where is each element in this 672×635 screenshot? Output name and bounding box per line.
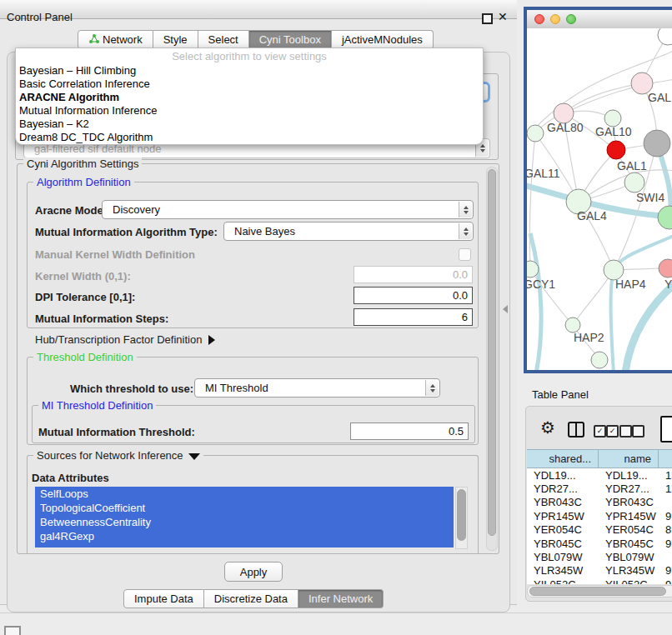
- aracne-mode-label: Aracne Mode:: [35, 204, 107, 217]
- table-row[interactable]: YBR043CYBR043C: [527, 496, 672, 509]
- expand-right-icon: [208, 335, 215, 345]
- apply-button[interactable]: Apply: [224, 562, 283, 582]
- network-node-label: Y: [664, 278, 672, 291]
- algorithm-dropdown-placeholder: Select algorithm to view settings: [16, 49, 483, 64]
- columns-icon[interactable]: [568, 422, 584, 438]
- minimize-traffic-light[interactable]: [550, 14, 560, 24]
- collapse-down-icon: [188, 453, 200, 460]
- which-threshold-combo[interactable]: MI Threshold: [194, 378, 440, 398]
- table-cell: YDL19...: [599, 469, 659, 482]
- table-cell: 9.: [659, 538, 672, 550]
- sources-group-title[interactable]: Sources for Network Inference: [33, 449, 203, 462]
- close-icon[interactable]: ✕: [498, 10, 508, 23]
- network-edge: [625, 283, 672, 370]
- tab-select[interactable]: Select: [198, 30, 249, 49]
- tab-cyni-toolbox[interactable]: Cyni Toolbox: [249, 30, 332, 49]
- show-columns-icon[interactable]: ✓: [606, 425, 619, 438]
- table-cell: 9.: [659, 564, 672, 577]
- settings-scrollbar[interactable]: [486, 167, 498, 551]
- tab-infer-network[interactable]: Infer Network: [298, 589, 384, 608]
- table-cell: 8.: [659, 523, 672, 536]
- algorithm-option[interactable]: Basic Correlation Inference: [16, 78, 483, 91]
- table-cell: YPR145W: [599, 510, 659, 522]
- table-row[interactable]: YPR145WYPR145W9.: [527, 509, 672, 522]
- tab-discretize-data[interactable]: Discretize Data: [204, 589, 298, 608]
- close-traffic-light[interactable]: [534, 14, 544, 24]
- table-cell: YDR27...: [527, 482, 599, 495]
- network-node-label: GAL10: [595, 125, 632, 138]
- tab-style[interactable]: Style: [153, 30, 198, 49]
- aracne-mode-combo[interactable]: Discovery: [102, 200, 474, 219]
- table-cell: YBL079W: [599, 551, 659, 563]
- hide-columns-icon[interactable]: [632, 425, 644, 438]
- table-row[interactable]: YER054CYER054C8.: [527, 523, 672, 537]
- export-table-icon[interactable]: [660, 416, 672, 442]
- network-node[interactable]: [624, 172, 644, 192]
- network-node[interactable]: [591, 352, 608, 368]
- network-edge: [530, 233, 541, 370]
- attributes-scrollbar-thumb[interactable]: [457, 489, 466, 541]
- attributes-scrollbar[interactable]: [455, 487, 468, 549]
- mi-steps-field[interactable]: 6: [354, 308, 473, 326]
- attribute-list-item[interactable]: TopologicalCoefficient: [35, 501, 454, 515]
- attribute-list-item[interactable]: gal4RGexp: [35, 529, 454, 543]
- table-row[interactable]: YLR345WYLR345W9.: [527, 564, 672, 578]
- manual-kernel-width-label: Manual Kernel Width Definition: [35, 248, 195, 261]
- column-header[interactable]: name: [599, 449, 659, 468]
- table-panel-title: Table Panel: [532, 388, 589, 401]
- algorithm-option[interactable]: Mutual Information Inference: [16, 104, 483, 118]
- network-canvas[interactable]: GALGAL80GAL10GAL1GAL11SWI4GAL4GCY1HAP4YH…: [527, 28, 672, 370]
- column-header[interactable]: A: [659, 449, 672, 468]
- hide-columns-icon[interactable]: [619, 425, 632, 438]
- float-window-icon[interactable]: [482, 13, 493, 24]
- tab-jactivemnodules[interactable]: jActiveMNodules: [332, 30, 434, 49]
- attribute-list-item[interactable]: SelfLoops: [35, 487, 454, 501]
- mi-threshold-field[interactable]: 0.5: [350, 422, 469, 440]
- network-window-titlebar[interactable]: [527, 10, 672, 29]
- combo-arrows-icon: [425, 380, 439, 396]
- column-header[interactable]: shared...: [527, 449, 599, 468]
- tab-impute-data[interactable]: Impute Data: [123, 589, 204, 608]
- algorithm-option[interactable]: Bayesian – K2: [16, 118, 483, 131]
- network-node[interactable]: [658, 28, 672, 45]
- attribute-list-item[interactable]: BetweennessCentrality: [35, 515, 454, 529]
- show-columns-icon[interactable]: ✓: [594, 425, 606, 438]
- dpi-tolerance-field[interactable]: 0.0: [354, 287, 473, 304]
- table-cell: YDL19...: [527, 469, 599, 482]
- network-node[interactable]: [604, 110, 621, 127]
- network-node[interactable]: [644, 130, 670, 157]
- table-h-scrollbar-thumb[interactable]: [529, 587, 666, 596]
- table-cell: YPR145W: [527, 510, 599, 522]
- algorithm-option[interactable]: Bayesian – Hill Climbing: [16, 64, 483, 78]
- gear-icon[interactable]: ⚙: [540, 418, 555, 438]
- table-row[interactable]: YDR27...YDR27...12.: [527, 482, 672, 495]
- table-row[interactable]: YDL19...YDL19...13.: [527, 468, 672, 482]
- network-node[interactable]: [658, 206, 672, 229]
- panel-splitter-arrow[interactable]: [503, 305, 508, 313]
- zoom-traffic-light[interactable]: [566, 14, 576, 24]
- table-row[interactable]: YIL052CYIL052C9.: [527, 578, 672, 584]
- data-attributes-list[interactable]: SelfLoopsTopologicalCoefficientBetweenne…: [35, 487, 454, 548]
- table-row[interactable]: YBL079WYBL079W: [527, 550, 672, 563]
- tab-network[interactable]: Network: [78, 30, 153, 49]
- table-cell: 13.: [659, 469, 672, 482]
- algorithm-option[interactable]: ARACNE Algorithm: [16, 91, 483, 104]
- algorithm-option[interactable]: Dream8 DC_TDC Algorithm: [16, 131, 483, 144]
- table-h-scrollbar[interactable]: [527, 585, 672, 598]
- dpi-tolerance-label: DPI Tolerance [0,1]:: [35, 291, 135, 303]
- which-threshold-value: MI Threshold: [205, 382, 268, 394]
- hub-definition-toggle[interactable]: Hub/Transcription Factor Definition: [35, 333, 215, 346]
- table-row[interactable]: YBR045CYBR045C9.: [527, 537, 672, 550]
- network-node[interactable]: [659, 259, 672, 278]
- network-node[interactable]: [527, 125, 544, 142]
- collapsed-panel-icon[interactable]: [4, 626, 21, 635]
- mi-algorithm-type-label: Mutual Information Algorithm Type:: [35, 226, 218, 238]
- kernel-width-field[interactable]: 0.0: [354, 266, 473, 283]
- manual-kernel-width-checkbox[interactable]: [459, 248, 471, 261]
- network-node[interactable]: [607, 141, 625, 159]
- settings-scrollbar-thumb[interactable]: [488, 169, 496, 536]
- table-cell: YDR27...: [599, 482, 659, 495]
- network-node-label: GCY1: [527, 278, 555, 291]
- mi-algorithm-type-combo[interactable]: Naive Bayes: [223, 222, 474, 241]
- control-panel-titlebar: [0, 0, 517, 19]
